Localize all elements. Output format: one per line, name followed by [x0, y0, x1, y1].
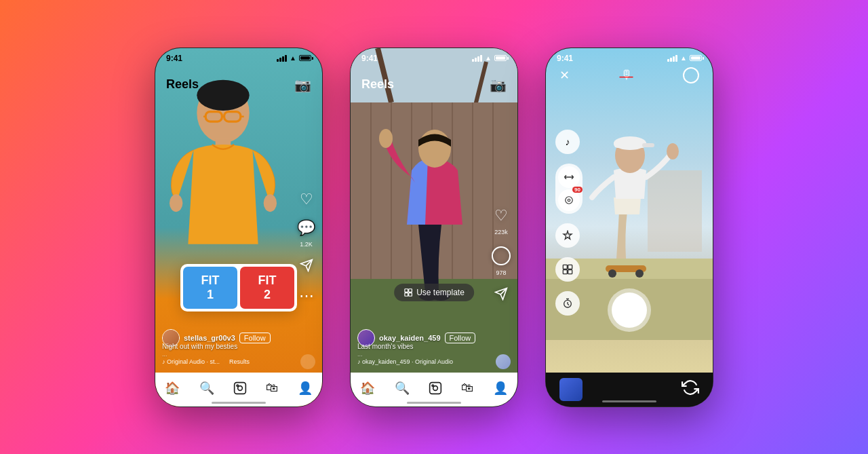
- results-text: Results: [229, 358, 250, 365]
- nav-search-1[interactable]: 🔍: [199, 381, 214, 396]
- phone-3: 9:41 ▲ ✕ 🎙 —: [545, 48, 713, 407]
- timer-badge: 90: [572, 187, 583, 193]
- camera-top-bar: ✕ 🎙 —: [546, 67, 713, 83]
- sig2-4: [480, 55, 482, 62]
- svg-rect-30: [409, 288, 412, 292]
- record-button-inner: [612, 292, 647, 328]
- svg-point-48: [568, 199, 570, 202]
- svg-rect-32: [409, 292, 412, 296]
- nav-home-1[interactable]: 🏠: [165, 381, 180, 396]
- fit2-button[interactable]: FIT 2: [240, 267, 294, 309]
- nav-profile-1[interactable]: 👤: [298, 381, 313, 396]
- share-icon-1[interactable]: [300, 259, 313, 276]
- timer-tool-button[interactable]: 90: [558, 189, 580, 211]
- record-button-container: [608, 288, 651, 332]
- svg-rect-51: [563, 269, 567, 273]
- home-indicator-3: [602, 400, 656, 402]
- flip-icon: [564, 172, 574, 183]
- audio-bar-1: ♪ Original Audio · st... Results: [162, 354, 315, 369]
- svg-point-35: [432, 385, 434, 387]
- status-icons-3: ▲: [667, 54, 702, 62]
- signal-icon-2: [472, 55, 482, 62]
- signal-bar-1: [277, 59, 279, 62]
- music-tool-button[interactable]: ♪: [555, 130, 580, 154]
- status-icons-2: ▲: [472, 54, 507, 62]
- home-indicator-2: [407, 402, 461, 404]
- camera-settings-button[interactable]: [683, 67, 699, 83]
- sig3-4: [675, 55, 677, 62]
- sig2-2: [475, 58, 477, 62]
- audio-avatar-2: [496, 354, 511, 369]
- audio-text-2: ♪ okay_kaiden_459 · Original Audio: [357, 358, 453, 365]
- status-icons-1: ▲: [277, 54, 311, 62]
- battery-icon: [299, 55, 311, 61]
- status-time-3: 9:41: [557, 54, 573, 63]
- flip-tool-button[interactable]: [558, 166, 580, 188]
- effects-tool-button[interactable]: [555, 223, 580, 248]
- svg-rect-29: [405, 288, 408, 292]
- signal-bar-3: [282, 56, 284, 62]
- heart-icon-1[interactable]: ♡: [300, 191, 313, 208]
- audio-text-1: ♪ Original Audio · st...: [162, 358, 220, 365]
- camera-ui: 9:41 ▲ ✕ 🎙 —: [546, 48, 713, 373]
- svg-rect-50: [568, 265, 572, 269]
- phone1-ui-overlay: 9:41 ▲ Reels 📷 Fit Check F: [155, 48, 322, 406]
- comment-icon-2[interactable]: [492, 246, 511, 265]
- comment-count-1: 1.2K: [300, 241, 313, 248]
- comment-icon-1[interactable]: 💬: [297, 219, 315, 237]
- status-bar-2: 9:41 ▲: [351, 48, 517, 66]
- sig2-1: [472, 59, 474, 62]
- nav-home-2[interactable]: 🏠: [360, 381, 375, 396]
- battery-icon-2: [494, 55, 507, 61]
- comment-count-2: 978: [496, 269, 506, 276]
- follow-button-1[interactable]: Follow: [239, 333, 271, 343]
- battery-icon-3: [690, 55, 702, 61]
- template-icon: [403, 288, 413, 297]
- username-1[interactable]: stellas_gr00v3: [184, 334, 235, 342]
- record-button[interactable]: [608, 288, 651, 332]
- username-2[interactable]: okay_kaiden_459: [379, 334, 441, 342]
- heart-icon-2[interactable]: ♡: [494, 207, 508, 225]
- battery-fill-2: [496, 56, 505, 60]
- more-icon-1[interactable]: ⋯: [299, 287, 314, 305]
- nav-reels-1[interactable]: [233, 381, 247, 395]
- gallery-thumbnail[interactable]: [559, 378, 583, 401]
- nav-reels-2[interactable]: [429, 381, 442, 395]
- nav-search-2[interactable]: 🔍: [395, 381, 410, 396]
- wifi-icon-2: ▲: [485, 54, 492, 62]
- countdown-tool-button[interactable]: [555, 291, 580, 316]
- share-icon-2[interactable]: [494, 287, 508, 305]
- sig3-1: [667, 59, 669, 62]
- status-time-2: 9:41: [361, 54, 378, 63]
- fit1-button[interactable]: FIT 1: [183, 267, 237, 309]
- fit-buttons-container: FIT 1 FIT 2: [180, 264, 297, 311]
- mute-button[interactable]: 🎙 —: [620, 68, 633, 82]
- svg-rect-49: [563, 265, 567, 269]
- phone-2: 9:41 ▲ Reels 📷: [350, 48, 518, 407]
- spacer: [618, 376, 646, 403]
- close-button[interactable]: ✕: [559, 68, 570, 83]
- nav-profile-2[interactable]: 👤: [493, 381, 508, 396]
- home-indicator-1: [212, 402, 266, 404]
- nav-shop-1[interactable]: 🛍: [266, 381, 278, 395]
- caption-text-1: Night out with my besties: [162, 343, 237, 350]
- countdown-icon: [562, 298, 573, 309]
- use-template-button[interactable]: Use template: [394, 284, 474, 301]
- camera-left-tools: ♪ 90: [555, 130, 583, 316]
- caption-text-2: Last month's vibes: [357, 343, 414, 350]
- follow-button-2[interactable]: Follow: [445, 333, 476, 343]
- mute-line: —: [620, 69, 633, 83]
- effects-icon: [562, 230, 573, 241]
- phone-1: 9:41 ▲ Reels 📷 Fit Check F: [155, 48, 323, 407]
- audio-avatar-image-2: [496, 354, 511, 369]
- side-actions-1: ♡ 💬 1.2K ⋯: [297, 191, 315, 305]
- use-template-label: Use template: [416, 288, 465, 297]
- layout-tool-button[interactable]: [555, 257, 580, 282]
- nav-shop-2[interactable]: 🛍: [461, 381, 473, 395]
- wifi-icon-3: ▲: [680, 54, 687, 62]
- flip-camera-button[interactable]: [682, 379, 699, 400]
- camera-icon-1[interactable]: 📷: [294, 77, 311, 93]
- bottom-nav-1: 🏠 🔍 🛍 👤: [155, 373, 322, 406]
- camera-icon-2[interactable]: 📷: [490, 77, 507, 93]
- svg-rect-31: [405, 292, 408, 296]
